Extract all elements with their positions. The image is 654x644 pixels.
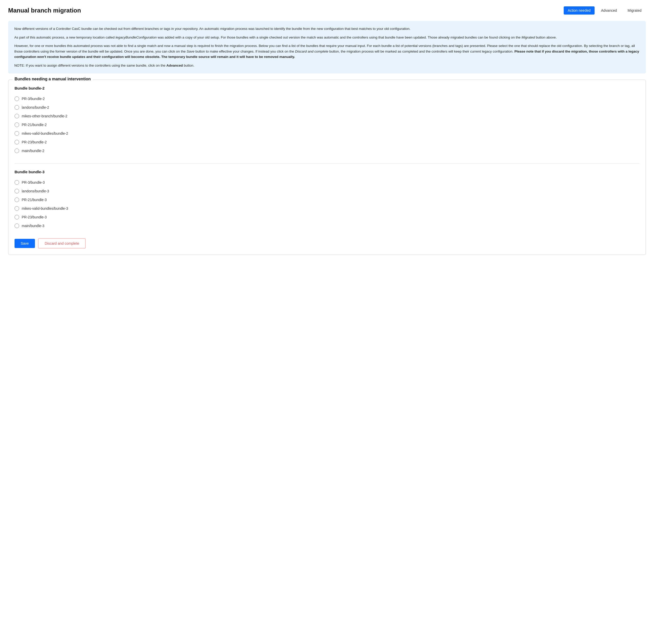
bundle-2-label-3: PR-21/bundle-2: [22, 123, 47, 127]
bundle-2-option-5[interactable]: [15, 140, 19, 144]
bundle-3-option-1[interactable]: [15, 189, 19, 193]
info-p3-mid: button to make effective your changes. I…: [194, 49, 295, 53]
bundle-3-option-5[interactable]: [15, 224, 19, 228]
list-item[interactable]: PR-23/bundle-2: [15, 138, 639, 146]
info-p4-post: button.: [183, 64, 194, 67]
bundle-3-group: Bundle bundle-3 PR-3/bundle-3 landons/bu…: [15, 170, 639, 230]
bundle-2-option-2[interactable]: [15, 114, 19, 118]
info-paragraph-4: NOTE: If you want to assign different ve…: [14, 63, 640, 68]
bundle-2-label-1: landons/bundle-2: [22, 106, 49, 110]
info-p3-italic2: Discard and complete: [295, 49, 329, 53]
save-button[interactable]: Save: [15, 239, 35, 248]
list-item[interactable]: mikes-valid-bundles/bundle-3: [15, 204, 639, 213]
list-item[interactable]: landons/bundle-2: [15, 103, 639, 112]
header-actions: Action needed Advanced Migrated: [564, 6, 646, 15]
list-item[interactable]: main/bundle-3: [15, 222, 639, 230]
bundle-2-option-0[interactable]: [15, 96, 19, 101]
migrated-button[interactable]: Migrated: [623, 6, 646, 15]
info-p4-bold: Advanced: [166, 64, 183, 67]
bundle-separator: [15, 163, 639, 164]
bundle-2-option-6[interactable]: [15, 148, 19, 153]
info-paragraph-2: As part of this automatic process, a new…: [14, 35, 640, 40]
bundle-2-title: Bundle bundle-2: [15, 86, 639, 90]
info-p2-italic2: Migrated: [521, 36, 535, 39]
list-item[interactable]: PR-21/bundle-2: [15, 120, 639, 129]
bundle-3-label-5: main/bundle-3: [22, 224, 44, 228]
discard-button[interactable]: Discard and complete: [38, 238, 86, 249]
bundle-3-option-2[interactable]: [15, 198, 19, 202]
list-item[interactable]: PR-23/bundle-3: [15, 213, 639, 222]
bundle-2-label-5: PR-23/bundle-2: [22, 140, 47, 144]
list-item[interactable]: main/bundle-2: [15, 146, 639, 155]
bundle-2-label-0: PR-3/bundle-2: [22, 97, 45, 101]
bundles-section: Bundles needing a manual intervention Bu…: [8, 79, 646, 255]
info-p2-post2: button above.: [535, 36, 557, 39]
list-item[interactable]: PR-3/bundle-3: [15, 178, 639, 187]
info-p2-italic: legacyBundleConfiguration: [116, 36, 157, 39]
info-paragraph-3: However, for one or more bundles this au…: [14, 43, 640, 60]
bundle-2-label-4: mikes-valid-bundles/bundle-2: [22, 131, 68, 136]
info-p3-post: button, the migration process will be ma…: [328, 49, 514, 53]
bundle-3-label-2: PR-21/bundle-3: [22, 198, 47, 202]
list-item[interactable]: mikes-other-branch/bundle-2: [15, 112, 639, 120]
list-item[interactable]: mikes-valid-bundles/bundle-2: [15, 129, 639, 138]
bundle-3-title: Bundle bundle-3: [15, 170, 639, 174]
bundle-3-label-0: PR-3/bundle-3: [22, 180, 45, 184]
info-box: Now different versions of a Controller C…: [8, 21, 646, 73]
page-title: Manual branch migration: [8, 7, 81, 14]
info-paragraph-1: Now different versions of a Controller C…: [14, 26, 640, 32]
info-p2-pre: As part of this automatic process, a new…: [14, 36, 116, 39]
bundle-3-option-0[interactable]: [15, 180, 19, 185]
bundle-3-option-4[interactable]: [15, 215, 19, 220]
list-item[interactable]: landons/bundle-3: [15, 187, 639, 196]
bundle-2-label-2: mikes-other-branch/bundle-2: [22, 114, 67, 118]
page-header: Manual branch migration Action needed Ad…: [8, 6, 646, 15]
bundle-3-option-3[interactable]: [15, 206, 19, 211]
bundle-3-label-1: landons/bundle-3: [22, 189, 49, 193]
info-p4-pre: NOTE: If you want to assign different ve…: [14, 64, 166, 67]
footer-actions: Save Discard and complete: [15, 238, 639, 249]
bundle-2-group: Bundle bundle-2 PR-3/bundle-2 landons/bu…: [15, 86, 639, 155]
list-item[interactable]: PR-21/bundle-3: [15, 196, 639, 204]
info-p3-italic: Save: [186, 49, 194, 53]
info-p2-post: was added with a copy of your old setup.…: [157, 36, 521, 39]
advanced-button[interactable]: Advanced: [597, 6, 621, 15]
bundle-2-option-4[interactable]: [15, 131, 19, 136]
bundles-section-title: Bundles needing a manual intervention: [13, 77, 93, 82]
bundle-3-label-4: PR-23/bundle-3: [22, 215, 47, 219]
bundle-2-option-3[interactable]: [15, 122, 19, 127]
action-needed-button[interactable]: Action needed: [564, 6, 595, 15]
bundle-3-label-3: mikes-valid-bundles/bundle-3: [22, 206, 68, 210]
bundle-2-option-1[interactable]: [15, 105, 19, 110]
bundle-2-label-6: main/bundle-2: [22, 149, 44, 153]
list-item[interactable]: PR-3/bundle-2: [15, 94, 639, 103]
